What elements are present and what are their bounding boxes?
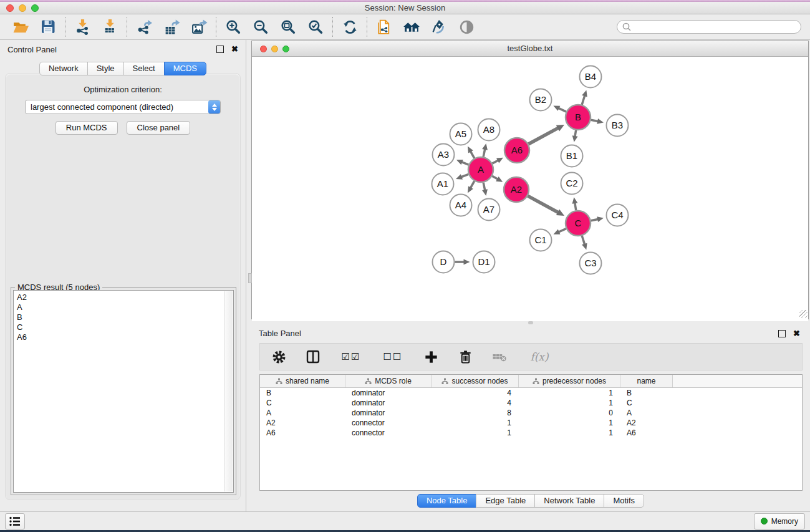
zoom-window-button[interactable] <box>31 4 39 12</box>
zoom-fit-button[interactable] <box>278 17 298 37</box>
horizontal-splitter[interactable] <box>251 319 810 326</box>
zoom-selected-button[interactable] <box>306 17 325 37</box>
graph-edge-A-A1[interactable] <box>461 174 469 177</box>
zoom-in-button[interactable] <box>223 17 243 37</box>
save-session-button[interactable] <box>38 17 58 37</box>
open-ndex-button[interactable] <box>402 17 422 37</box>
status-bar: Memory <box>0 511 810 530</box>
column-header-name[interactable]: name <box>620 375 673 387</box>
edge-arrowhead-icon <box>572 197 578 204</box>
graph-edge-A-A4[interactable] <box>470 181 475 188</box>
add-column-button[interactable] <box>422 348 440 365</box>
close-panel-button[interactable]: Close panel <box>127 121 191 135</box>
column-settings-button[interactable] <box>270 348 287 365</box>
export-network-button[interactable] <box>134 17 154 37</box>
float-panel-icon[interactable] <box>216 46 224 53</box>
graph-edge-A-A7[interactable] <box>483 183 485 191</box>
close-panel-icon[interactable]: ✖ <box>231 46 238 53</box>
table-cell: dominator <box>345 408 432 418</box>
run-mcds-button[interactable]: Run MCDS <box>55 121 118 135</box>
unchecked-boxes-icon: ☐☐ <box>383 351 403 362</box>
column-header-MCDS-role[interactable]: MCDS role <box>345 375 432 387</box>
main-area: Control Panel ✖ NetworkStyleSelectMCDS O… <box>0 40 810 511</box>
table-tab-motifs[interactable]: Motifs <box>604 494 644 508</box>
memory-status-icon <box>761 518 768 525</box>
task-history-button[interactable] <box>5 513 25 530</box>
edge-arrowhead-icon <box>597 118 604 124</box>
table-tab-node-table[interactable]: Node Table <box>417 494 477 508</box>
minimize-window-button[interactable] <box>19 4 26 12</box>
column-header-shared-name[interactable]: shared name <box>260 375 345 387</box>
close-network-button[interactable] <box>260 46 267 52</box>
minimize-network-button[interactable] <box>271 46 278 52</box>
tab-style[interactable]: Style <box>87 62 124 75</box>
graph-edge-B-B4[interactable] <box>582 95 585 105</box>
table-cell: 4 <box>432 388 519 398</box>
table-row[interactable]: Adominator80A <box>260 408 802 418</box>
window-title: Session: New Session <box>365 3 445 12</box>
table-row[interactable]: Bdominator41B <box>260 388 802 398</box>
graph-edge-A-A8[interactable] <box>483 148 485 157</box>
network-graph[interactable]: AA1A3A5A8A6A2A4A7BB2B4B3B1C2CC4C1C3DD1 <box>252 57 808 319</box>
search-input[interactable] <box>634 22 796 32</box>
delete-columns-button[interactable] <box>456 348 474 365</box>
import-table-button[interactable] <box>100 17 120 37</box>
criterion-dropdown[interactable]: largest connected component (directed) <box>25 100 221 114</box>
delete-table-button[interactable] <box>491 348 508 365</box>
tab-network[interactable]: Network <box>39 62 88 75</box>
node-label-B3: B3 <box>612 120 623 130</box>
column-header-successor-nodes[interactable]: successor nodes <box>432 375 519 387</box>
table-row[interactable]: Cdominator41C <box>260 398 802 408</box>
graph-edge-A2-C[interactable] <box>528 196 559 213</box>
mcds-result-item[interactable]: A2 <box>17 293 233 302</box>
close-table-panel-icon[interactable]: ✖ <box>793 330 800 337</box>
apply-layout-button[interactable] <box>340 17 360 37</box>
table-row[interactable]: A2connector11A2 <box>260 418 802 428</box>
open-session-button[interactable] <box>11 17 31 37</box>
graph-edge-B-B2[interactable] <box>558 108 566 112</box>
float-table-panel-icon[interactable] <box>778 330 786 337</box>
import-network-button[interactable] <box>72 17 92 37</box>
mcds-result-item[interactable]: A6 <box>17 332 233 342</box>
graph-edge-C-C1[interactable] <box>558 229 566 233</box>
table-cell: 1 <box>432 428 519 438</box>
export-image-button[interactable] <box>189 17 209 37</box>
search-box[interactable] <box>617 20 801 34</box>
tab-mcds[interactable]: MCDS <box>164 62 206 75</box>
result-list-scrollbar[interactable] <box>224 291 233 491</box>
zoom-out-button[interactable] <box>251 17 271 37</box>
node-table[interactable]: shared nameMCDS rolesuccessor nodesprede… <box>259 374 803 491</box>
tab-select[interactable]: Select <box>123 62 165 75</box>
table-tabs: Node TableEdge TableNetwork TableMotifs <box>251 494 810 508</box>
split-table-view-button[interactable] <box>304 348 322 365</box>
network-canvas[interactable]: AA1A3A5A8A6A2A4A7BB2B4B3B1C2CC4C1C3DD1 <box>252 57 808 321</box>
zoom-network-button[interactable] <box>282 46 289 52</box>
graph-edge-C-C3[interactable] <box>582 236 585 245</box>
deselect-all-button[interactable]: ☐☐ <box>380 348 405 365</box>
node-label-A8: A8 <box>483 124 494 135</box>
graph-edge-A-A5[interactable] <box>470 151 475 158</box>
mcds-result-item[interactable]: A <box>17 302 233 312</box>
memory-button[interactable]: Memory <box>754 513 805 530</box>
show-graphics-details-button[interactable] <box>456 17 476 37</box>
mcds-result-list[interactable]: A2ABCA6 <box>13 290 234 493</box>
new-network-from-selection-button[interactable] <box>374 17 394 37</box>
window-resize-grip[interactable] <box>799 310 808 318</box>
node-label-A4: A4 <box>455 200 466 210</box>
column-header-predecessor-nodes[interactable]: predecessor nodes <box>519 375 620 387</box>
select-all-button[interactable]: ☑☑ <box>339 348 364 365</box>
header-filler <box>673 375 802 387</box>
table-tab-network-table[interactable]: Network Table <box>534 494 604 508</box>
function-builder-button[interactable]: f(x) <box>525 348 554 365</box>
node-label-B1: B1 <box>566 150 577 161</box>
node-label-A1: A1 <box>437 178 448 189</box>
node-label-A6: A6 <box>511 145 523 155</box>
mcds-result-item[interactable]: C <box>17 322 233 332</box>
close-window-button[interactable] <box>6 4 14 12</box>
table-row[interactable]: A6connector11A6 <box>260 428 802 438</box>
table-tab-edge-table[interactable]: Edge Table <box>476 494 535 508</box>
hide-annotations-button[interactable] <box>429 17 449 37</box>
graph-edge-A6-B[interactable] <box>528 128 559 144</box>
mcds-result-item[interactable]: B <box>17 312 233 322</box>
export-table-button[interactable] <box>162 17 181 37</box>
